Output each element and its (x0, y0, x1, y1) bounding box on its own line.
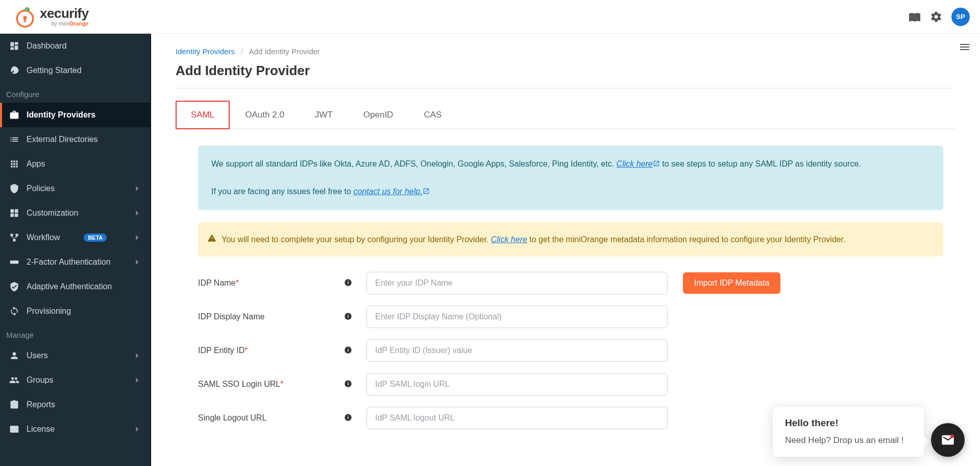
info-icon[interactable]: i (344, 278, 352, 287)
nav-users[interactable]: Users (0, 343, 150, 368)
nav-label: License (27, 425, 55, 434)
info-icon[interactable]: i (344, 413, 352, 422)
tab-jwt[interactable]: JWT (300, 101, 348, 129)
chevron-right-icon (133, 376, 141, 384)
chat-fab[interactable] (931, 423, 965, 457)
clipboard-icon (9, 400, 19, 410)
hamburger-menu[interactable] (959, 41, 971, 55)
breadcrumb-separator: / (241, 47, 243, 56)
menu-icon (959, 41, 971, 53)
svg-text:i: i (348, 314, 349, 319)
nav-license[interactable]: License (0, 417, 150, 441)
nav-identity-providers[interactable]: Identity Providers (0, 103, 150, 127)
info-text-1: We support all standard IDPs like Okta, … (211, 159, 617, 168)
info-text-1b: to see steps to setup any SAML IDP as id… (662, 159, 861, 168)
mail-icon (941, 433, 955, 447)
nav-customization[interactable]: Customization (0, 201, 150, 225)
nav-apps[interactable]: Apps (0, 152, 150, 176)
rocket-icon (9, 65, 19, 76)
avatar[interactable]: SP (951, 8, 970, 26)
book-icon[interactable] (909, 11, 921, 23)
info-text-2: If you are facing any issues feel free t… (211, 187, 353, 196)
input-sso-url[interactable] (366, 373, 668, 395)
nav-section-configure: Configure (0, 83, 150, 103)
external-link-icon (653, 160, 660, 167)
nav-label: Policies (27, 184, 55, 193)
info-icon[interactable]: i (344, 312, 352, 320)
workflow-icon (9, 232, 19, 243)
tab-saml[interactable]: SAML (176, 101, 230, 129)
page-title: Add Identity Provider (176, 63, 955, 79)
nav-label: Workflow (27, 233, 60, 242)
beta-badge: BETA (84, 234, 107, 242)
input-idp-name[interactable] (366, 272, 668, 294)
import-metadata-button[interactable]: Import IDP Metadata (683, 272, 780, 294)
nav-workflow[interactable]: WorkflowBETA (0, 225, 150, 250)
brand-logo[interactable]: xecurify by miniOrange (14, 6, 89, 28)
svg-point-15 (950, 435, 954, 438)
label-idp-name: IDP Name*i (198, 278, 366, 288)
info-link-1[interactable]: Click here (617, 159, 660, 168)
chat-popup-arrow (924, 436, 930, 447)
tab-oauth[interactable]: OAuth 2.0 (230, 101, 300, 129)
tabs: SAML OAuth 2.0 JWT OpenID CAS (176, 101, 955, 129)
chat-greeting: Hello there! (785, 417, 912, 429)
main-content: Identity Providers / Add Identity Provid… (151, 34, 980, 466)
tab-openid[interactable]: OpenID (348, 101, 409, 129)
chat-message: Need Help? Drop us an email ! (785, 434, 912, 447)
brand-subtitle: by miniOrange (40, 21, 89, 27)
nav-adaptive-auth[interactable]: Adaptive Authentication (0, 274, 150, 299)
nav-label: Provisioning (27, 307, 71, 316)
apps-icon (9, 159, 19, 169)
chevron-right-icon (133, 234, 141, 242)
nav-policies[interactable]: Policies (0, 176, 150, 201)
nav-dashboard[interactable]: Dashboard (0, 34, 150, 58)
breadcrumb-root[interactable]: Identity Providers (176, 47, 235, 56)
shield-icon (9, 183, 19, 194)
svg-rect-4 (10, 261, 19, 264)
warn-link[interactable]: Click here (491, 235, 527, 244)
warn-text-post: to get the miniOrange metadata informati… (529, 235, 845, 244)
nav-reports[interactable]: Reports (0, 392, 150, 417)
nav-getting-started[interactable]: Getting Started (0, 58, 150, 83)
gear-icon[interactable] (930, 11, 942, 23)
card-icon (9, 424, 19, 434)
brand-name: xecurify (40, 7, 89, 20)
nav-label: Getting Started (27, 66, 82, 75)
nav-provisioning[interactable]: Provisioning (0, 299, 150, 323)
warning-icon (207, 234, 216, 243)
breadcrumb-current: Add Identity Provider (249, 47, 320, 56)
nav-label: Apps (27, 159, 45, 169)
tab-cas[interactable]: CAS (408, 101, 457, 129)
warn-text-pre: You will need to complete your setup by … (222, 235, 491, 244)
nav-groups[interactable]: Groups (0, 368, 150, 392)
svg-text:i: i (348, 381, 349, 386)
info-link-2[interactable]: contact us for help. (353, 187, 429, 196)
nav-section-manage: Manage (0, 323, 150, 343)
dashboard-icon (9, 41, 19, 51)
input-idp-display[interactable] (366, 306, 668, 328)
list-icon (9, 134, 19, 145)
warning-banner: You will need to complete your setup by … (198, 222, 943, 257)
label-slo-url: Single Logout URLi (198, 413, 366, 423)
nav-2fa[interactable]: 2-Factor Authentication (0, 250, 150, 274)
label-entity-id: IDP Entity ID*i (198, 346, 366, 355)
info-icon[interactable]: i (344, 346, 352, 354)
svg-rect-3 (24, 18, 26, 22)
nav-label: Adaptive Authentication (27, 282, 112, 291)
sidebar: Dashboard Getting Started Configure Iden… (0, 34, 151, 466)
input-entity-id[interactable] (366, 339, 668, 362)
nav-label: Dashboard (27, 41, 66, 51)
chevron-right-icon (133, 184, 141, 193)
widgets-icon (9, 208, 19, 218)
sync-icon (9, 306, 19, 316)
nav-external-directories[interactable]: External Directories (0, 127, 150, 152)
nav-label: External Directories (27, 135, 98, 144)
nav-label: Users (27, 351, 48, 360)
nav-label: Groups (27, 376, 53, 385)
divider (176, 88, 955, 88)
label-idp-display: IDP Display Namei (198, 312, 366, 321)
info-icon[interactable]: i (344, 380, 352, 388)
input-slo-url[interactable] (366, 407, 668, 429)
header: xecurify by miniOrange SP (0, 0, 980, 34)
